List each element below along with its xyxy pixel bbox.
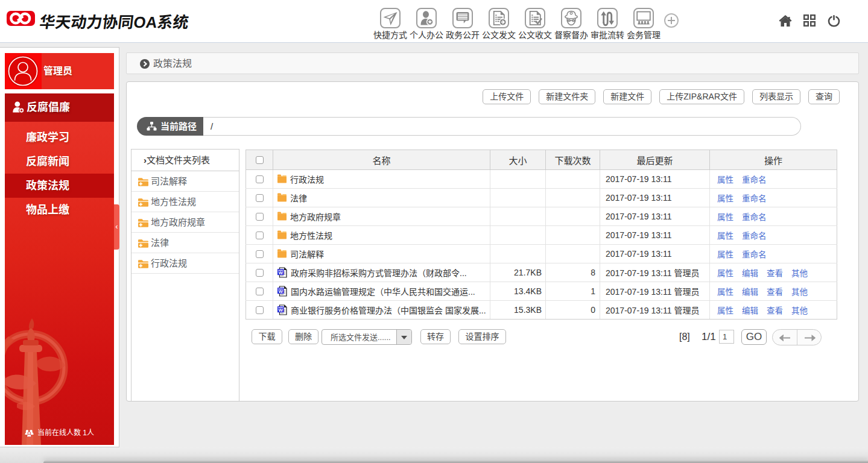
- svg-text:W: W: [279, 270, 284, 276]
- svg-text:W: W: [279, 289, 284, 294]
- svg-text:W: W: [279, 307, 284, 313]
